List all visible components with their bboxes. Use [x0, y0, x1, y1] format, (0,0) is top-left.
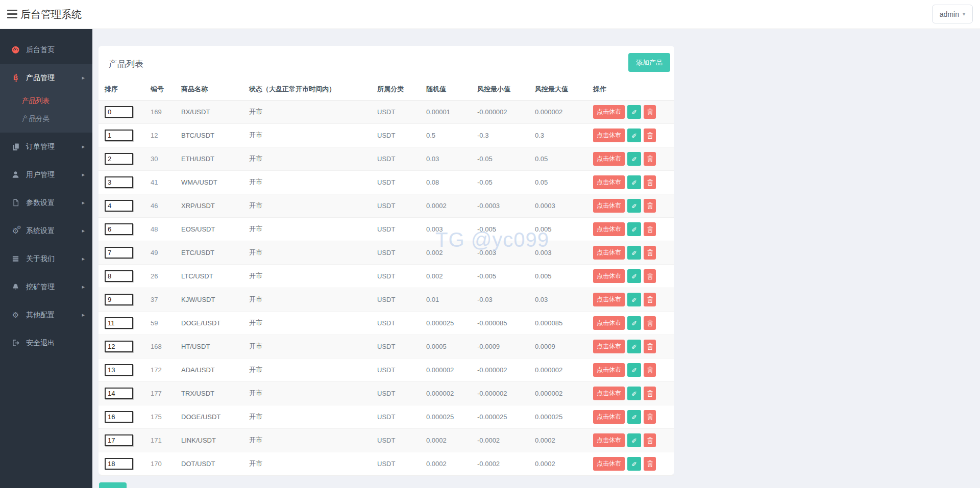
cell-category: USDT [377, 413, 395, 421]
chevron-right-icon: ▸ [82, 227, 85, 234]
sort-input[interactable] [105, 223, 133, 235]
cell-category: USDT [377, 460, 395, 468]
admin-dropdown[interactable]: admin ▾ [932, 5, 973, 23]
add-product-button[interactable]: 添加产品 [628, 53, 670, 72]
edit-button[interactable]: ✎ [627, 199, 641, 213]
sidebar-item-7[interactable]: 挖矿管理▸ [0, 273, 92, 301]
edit-button[interactable]: ✎ [627, 433, 641, 447]
column-header: 所属分类 [371, 79, 420, 100]
close-market-button[interactable]: 点击休市 [593, 387, 625, 400]
edit-button[interactable]: ✎ [627, 152, 641, 166]
edit-button[interactable]: ✎ [627, 105, 641, 119]
delete-button[interactable] [644, 363, 656, 377]
edit-button[interactable]: ✎ [627, 175, 641, 189]
gears-icon: ⚙⚙ [11, 227, 20, 235]
delete-button[interactable] [644, 222, 656, 236]
delete-button[interactable] [644, 457, 656, 471]
sidebar-item-0[interactable]: 后台首页 [0, 36, 92, 64]
sidebar-item-label: 后台首页 [26, 45, 55, 55]
cell-name: EOS/USDT [181, 225, 215, 233]
close-market-button[interactable]: 点击休市 [593, 175, 625, 189]
close-market-button[interactable]: 点击休市 [593, 222, 625, 236]
delete-button[interactable] [644, 387, 656, 400]
app-title: 后台管理系统 [20, 0, 82, 29]
sidebar-item-1[interactable]: B产品管理▸ [0, 64, 92, 92]
sort-input[interactable] [105, 270, 133, 282]
close-market-button[interactable]: 点击休市 [593, 410, 625, 424]
sidebar-item-3[interactable]: 用户管理▸ [0, 161, 92, 189]
close-market-button[interactable]: 点击休市 [593, 316, 625, 330]
cell-risk_min: -0.05 [477, 178, 493, 186]
sidebar-open-group: B产品管理▸产品列表产品分类 [0, 64, 92, 133]
edit-button[interactable]: ✎ [627, 293, 641, 306]
sidebar-item-5[interactable]: ⚙⚙系统设置▸ [0, 217, 92, 245]
sort-input[interactable] [105, 364, 133, 376]
sidebar-item-6[interactable]: 关于我们▸ [0, 245, 92, 273]
close-market-button[interactable]: 点击休市 [593, 363, 625, 377]
delete-button[interactable] [644, 199, 656, 213]
edit-button[interactable]: ✎ [627, 222, 641, 236]
delete-button[interactable] [644, 433, 656, 447]
sort-input[interactable] [105, 458, 133, 470]
sort-input[interactable] [105, 200, 133, 212]
sidebar-item-4[interactable]: 参数设置▸ [0, 189, 92, 217]
sidebar-subitem-1[interactable]: 产品分类 [0, 110, 92, 127]
close-market-button[interactable]: 点击休市 [593, 152, 625, 166]
cell-random: 0.000025 [426, 413, 454, 421]
sort-input[interactable] [105, 434, 133, 446]
delete-button[interactable] [644, 105, 656, 119]
table-row: 41WMA/USDT开市USDT0.08-0.050.05点击休市✎ [99, 170, 674, 194]
close-market-button[interactable]: 点击休市 [593, 129, 625, 142]
sort-input[interactable] [105, 176, 133, 188]
sort-input[interactable] [105, 411, 133, 423]
hamburger-menu-icon[interactable] [7, 10, 17, 19]
edit-button[interactable]: ✎ [627, 129, 641, 142]
delete-button[interactable] [644, 340, 656, 353]
sort-input[interactable] [105, 294, 133, 305]
edit-button[interactable]: ✎ [627, 340, 641, 353]
sort-input[interactable] [105, 153, 133, 165]
sort-submit-button[interactable] [99, 482, 127, 488]
cell-status: 开市 [249, 413, 262, 420]
close-market-button[interactable]: 点击休市 [593, 340, 625, 353]
table-row: 12BTC/USDT开市USDT0.5-0.30.3点击休市✎ [99, 123, 674, 147]
cell-category: USDT [377, 343, 395, 350]
edit-button[interactable]: ✎ [627, 363, 641, 377]
cell-name: BTC/USDT [181, 132, 214, 139]
delete-button[interactable] [644, 410, 656, 424]
edit-button[interactable]: ✎ [627, 410, 641, 424]
edit-button[interactable]: ✎ [627, 457, 641, 471]
close-market-button[interactable]: 点击休市 [593, 433, 625, 447]
svg-text:B: B [13, 74, 18, 82]
close-market-button[interactable]: 点击休市 [593, 269, 625, 283]
cell-random: 0.000002 [426, 390, 454, 397]
delete-button[interactable] [644, 293, 656, 306]
delete-button[interactable] [644, 316, 656, 330]
sidebar-item-2[interactable]: 订单管理▸ [0, 133, 92, 161]
edit-button[interactable]: ✎ [627, 269, 641, 283]
sort-input[interactable] [105, 388, 133, 399]
sidebar-item-9[interactable]: 安全退出 [0, 329, 92, 357]
sidebar-subitem-0[interactable]: 产品列表 [0, 92, 92, 110]
close-market-button[interactable]: 点击休市 [593, 105, 625, 119]
sort-input[interactable] [105, 106, 133, 118]
delete-button[interactable] [644, 175, 656, 189]
sidebar-item-8[interactable]: ⚙其他配置▸ [0, 301, 92, 329]
cell-category: USDT [377, 249, 395, 256]
sort-input[interactable] [105, 130, 133, 141]
delete-button[interactable] [644, 129, 656, 142]
close-market-button[interactable]: 点击休市 [593, 457, 625, 471]
edit-button[interactable]: ✎ [627, 316, 641, 330]
edit-button[interactable]: ✎ [627, 246, 641, 260]
delete-button[interactable] [644, 152, 656, 166]
close-market-button[interactable]: 点击休市 [593, 246, 625, 260]
sort-input[interactable] [105, 341, 133, 352]
close-market-button[interactable]: 点击休市 [593, 293, 625, 306]
edit-button[interactable]: ✎ [627, 387, 641, 400]
cell-risk_max: 0.3 [535, 132, 544, 139]
close-market-button[interactable]: 点击休市 [593, 199, 625, 213]
delete-button[interactable] [644, 246, 656, 260]
delete-button[interactable] [644, 269, 656, 283]
sort-input[interactable] [105, 247, 133, 259]
sort-input[interactable] [105, 317, 133, 329]
